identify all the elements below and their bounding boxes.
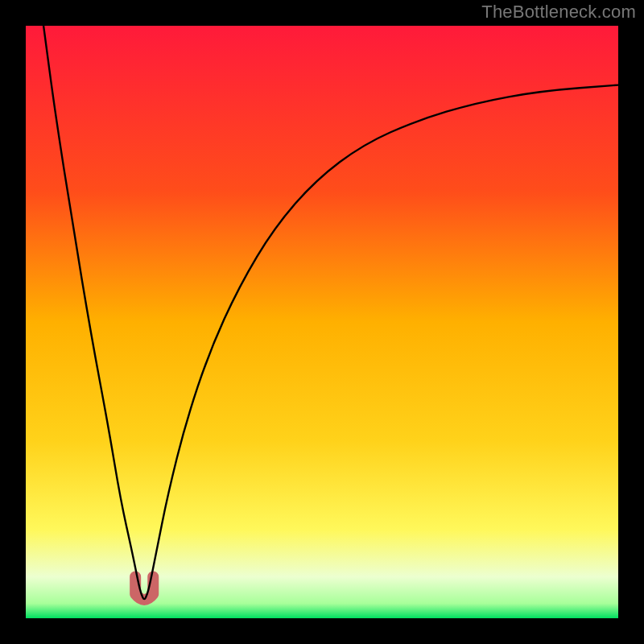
chart-svg [26,26,618,618]
chart-frame: TheBottleneck.com [0,0,644,644]
watermark-text: TheBottleneck.com [481,2,636,23]
gradient-background [26,26,618,618]
plot-area [26,26,618,618]
